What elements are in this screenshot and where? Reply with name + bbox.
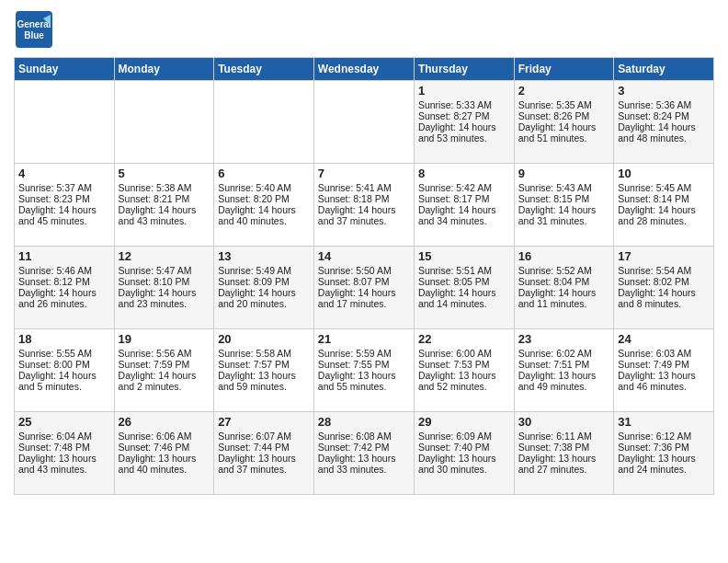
weekday-monday: Monday bbox=[114, 58, 214, 81]
day-info: Sunset: 8:07 PM bbox=[318, 276, 410, 287]
day-number: 21 bbox=[318, 332, 410, 346]
day-info: Daylight: 13 hours bbox=[418, 453, 510, 464]
day-info: Sunrise: 6:07 AM bbox=[218, 431, 310, 442]
day-info: Sunset: 8:10 PM bbox=[119, 276, 210, 287]
calendar-cell: 25Sunrise: 6:04 AMSunset: 7:48 PMDayligh… bbox=[15, 412, 115, 495]
calendar-cell: 6Sunrise: 5:40 AMSunset: 8:20 PMDaylight… bbox=[214, 164, 314, 247]
calendar-cell: 17Sunrise: 5:54 AMSunset: 8:02 PMDayligh… bbox=[614, 247, 714, 329]
day-info: and 52 minutes. bbox=[418, 381, 510, 392]
day-info: Sunset: 8:21 PM bbox=[119, 193, 210, 204]
day-info: Daylight: 14 hours bbox=[18, 204, 110, 215]
day-info: Sunset: 7:48 PM bbox=[18, 442, 110, 453]
day-info: Sunset: 7:46 PM bbox=[119, 442, 210, 453]
day-info: Daylight: 14 hours bbox=[618, 204, 710, 215]
day-info: Daylight: 14 hours bbox=[18, 287, 110, 298]
day-info: Sunrise: 6:03 AM bbox=[618, 348, 710, 359]
day-info: and 11 minutes. bbox=[518, 298, 609, 309]
day-info: Daylight: 14 hours bbox=[618, 287, 710, 298]
calendar-cell: 8Sunrise: 5:42 AMSunset: 8:17 PMDaylight… bbox=[414, 164, 514, 247]
day-info: and 24 minutes. bbox=[618, 464, 710, 475]
day-number: 6 bbox=[218, 167, 310, 180]
day-info: Sunrise: 5:37 AM bbox=[18, 182, 110, 193]
day-number: 28 bbox=[318, 415, 410, 429]
weekday-thursday: Thursday bbox=[414, 58, 514, 81]
calendar-cell: 9Sunrise: 5:43 AMSunset: 8:15 PMDaylight… bbox=[514, 164, 613, 247]
day-info: and 30 minutes. bbox=[418, 464, 510, 475]
day-info: Sunset: 7:36 PM bbox=[618, 442, 710, 453]
day-info: Daylight: 13 hours bbox=[518, 453, 609, 464]
day-number: 5 bbox=[119, 167, 210, 180]
day-info: Daylight: 13 hours bbox=[218, 370, 310, 381]
weekday-header-row: SundayMondayTuesdayWednesdayThursdayFrid… bbox=[15, 58, 714, 81]
day-info: Sunset: 7:38 PM bbox=[518, 442, 609, 453]
day-info: Sunset: 8:00 PM bbox=[18, 359, 110, 370]
day-info: Sunrise: 6:09 AM bbox=[418, 431, 510, 442]
calendar-cell: 3Sunrise: 5:36 AMSunset: 8:24 PMDaylight… bbox=[614, 81, 714, 164]
day-info: and 2 minutes. bbox=[119, 381, 210, 392]
day-number: 16 bbox=[518, 249, 609, 263]
day-info: and 53 minutes. bbox=[418, 132, 510, 144]
day-info: and 34 minutes. bbox=[418, 215, 510, 226]
day-info: Sunrise: 6:00 AM bbox=[418, 348, 510, 359]
day-info: Sunrise: 5:49 AM bbox=[218, 265, 310, 276]
calendar-cell bbox=[114, 81, 214, 164]
day-info: and 31 minutes. bbox=[518, 215, 609, 226]
day-number: 11 bbox=[18, 249, 110, 263]
calendar-cell: 7Sunrise: 5:41 AMSunset: 8:18 PMDaylight… bbox=[313, 164, 414, 247]
logo-icon: General Blue bbox=[14, 9, 54, 50]
calendar-cell: 27Sunrise: 6:07 AMSunset: 7:44 PMDayligh… bbox=[214, 412, 314, 495]
calendar-cell: 31Sunrise: 6:12 AMSunset: 7:36 PMDayligh… bbox=[614, 412, 714, 495]
day-number: 7 bbox=[318, 167, 410, 180]
day-number: 13 bbox=[218, 249, 310, 263]
day-info: Daylight: 13 hours bbox=[318, 453, 410, 464]
calendar-cell: 24Sunrise: 6:03 AMSunset: 7:49 PMDayligh… bbox=[614, 329, 714, 412]
day-info: Sunrise: 5:56 AM bbox=[119, 348, 210, 359]
calendar-cell bbox=[214, 81, 314, 164]
day-number: 1 bbox=[418, 84, 510, 98]
day-info: and 40 minutes. bbox=[218, 215, 310, 226]
day-info: and 28 minutes. bbox=[618, 215, 710, 226]
calendar-cell bbox=[15, 81, 115, 164]
day-number: 30 bbox=[518, 415, 609, 429]
day-info: and 5 minutes. bbox=[18, 381, 110, 392]
day-number: 19 bbox=[119, 332, 210, 346]
day-info: Daylight: 14 hours bbox=[518, 287, 609, 298]
day-info: Sunrise: 5:41 AM bbox=[318, 182, 410, 193]
day-number: 10 bbox=[618, 167, 710, 180]
day-info: Sunset: 7:55 PM bbox=[318, 359, 410, 370]
day-info: Daylight: 14 hours bbox=[618, 121, 710, 132]
day-info: Sunrise: 5:59 AM bbox=[318, 348, 410, 359]
day-info: Sunset: 8:18 PM bbox=[318, 193, 410, 204]
calendar-cell: 23Sunrise: 6:02 AMSunset: 7:51 PMDayligh… bbox=[514, 329, 613, 412]
calendar-cell: 19Sunrise: 5:56 AMSunset: 7:59 PMDayligh… bbox=[114, 329, 214, 412]
calendar-cell: 16Sunrise: 5:52 AMSunset: 8:04 PMDayligh… bbox=[514, 247, 613, 329]
calendar-cell: 30Sunrise: 6:11 AMSunset: 7:38 PMDayligh… bbox=[514, 412, 613, 495]
day-info: Daylight: 13 hours bbox=[518, 370, 609, 381]
day-info: and 17 minutes. bbox=[318, 298, 410, 309]
day-info: and 59 minutes. bbox=[218, 381, 310, 392]
day-number: 20 bbox=[218, 332, 310, 346]
weekday-sunday: Sunday bbox=[15, 58, 115, 81]
calendar-cell: 2Sunrise: 5:35 AMSunset: 8:26 PMDaylight… bbox=[514, 81, 613, 164]
day-info: Sunset: 8:20 PM bbox=[218, 193, 310, 204]
calendar-cell: 21Sunrise: 5:59 AMSunset: 7:55 PMDayligh… bbox=[313, 329, 414, 412]
day-number: 3 bbox=[618, 84, 710, 98]
day-info: Sunrise: 5:55 AM bbox=[18, 348, 110, 359]
day-info: Sunset: 7:42 PM bbox=[318, 442, 410, 453]
day-info: and 45 minutes. bbox=[18, 215, 110, 226]
page-header: General Blue bbox=[14, 9, 714, 50]
day-info: Sunrise: 5:58 AM bbox=[218, 348, 310, 359]
logo: General Blue bbox=[14, 9, 54, 50]
day-info: Sunset: 8:14 PM bbox=[618, 193, 710, 204]
calendar-cell: 5Sunrise: 5:38 AMSunset: 8:21 PMDaylight… bbox=[114, 164, 214, 247]
calendar-cell bbox=[313, 81, 414, 164]
day-info: and 43 minutes. bbox=[119, 215, 210, 226]
day-info: Sunset: 7:53 PM bbox=[418, 359, 510, 370]
day-info: Sunset: 8:15 PM bbox=[518, 193, 609, 204]
day-number: 25 bbox=[18, 415, 110, 429]
day-info: Sunset: 7:57 PM bbox=[218, 359, 310, 370]
day-info: Daylight: 13 hours bbox=[618, 453, 710, 464]
day-info: Daylight: 14 hours bbox=[119, 287, 210, 298]
day-info: Daylight: 14 hours bbox=[318, 287, 410, 298]
calendar-week-5: 25Sunrise: 6:04 AMSunset: 7:48 PMDayligh… bbox=[15, 412, 714, 495]
